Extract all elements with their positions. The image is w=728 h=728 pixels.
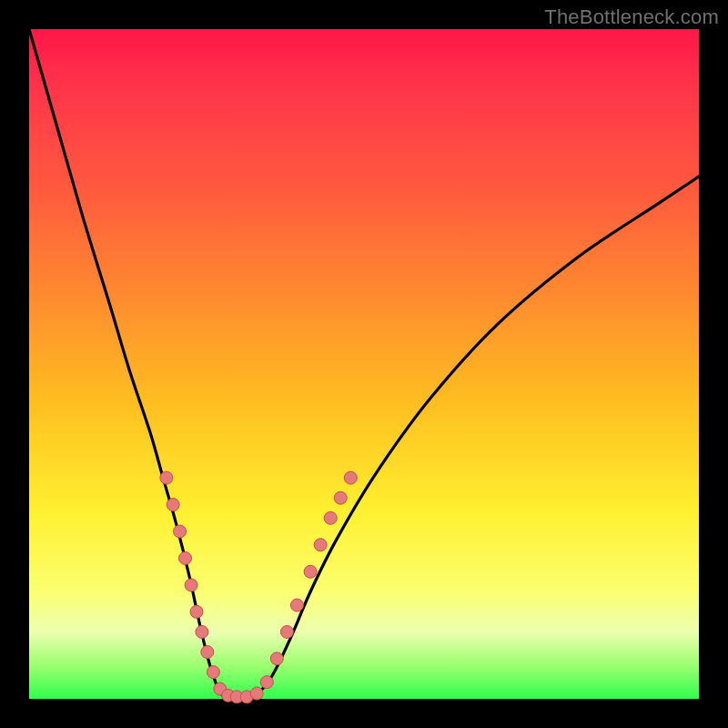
highlight-dot bbox=[160, 471, 173, 484]
highlight-dot bbox=[167, 499, 179, 511]
highlight-dot bbox=[334, 491, 347, 504]
curve-svg bbox=[29, 29, 699, 699]
watermark-text: TheBottleneck.com bbox=[544, 5, 719, 29]
highlight-dot bbox=[174, 525, 187, 538]
highlight-dot bbox=[185, 579, 197, 592]
highlight-dot bbox=[196, 625, 208, 638]
highlight-dot bbox=[190, 605, 203, 618]
highlight-dot bbox=[344, 471, 357, 484]
highlight-dot bbox=[290, 599, 303, 612]
highlight-dot bbox=[280, 625, 293, 638]
highlight-dot bbox=[179, 551, 192, 564]
highlight-dot bbox=[304, 565, 317, 578]
bottleneck-curve bbox=[29, 29, 699, 701]
highlight-dots bbox=[160, 471, 357, 703]
highlight-dot bbox=[207, 666, 219, 679]
plot-area bbox=[29, 29, 699, 699]
highlight-dot bbox=[324, 511, 337, 524]
highlight-dot bbox=[270, 652, 283, 665]
chart-frame: TheBottleneck.com bbox=[0, 0, 728, 728]
highlight-dot bbox=[250, 687, 263, 700]
highlight-dot bbox=[201, 646, 214, 659]
highlight-dot bbox=[260, 676, 273, 689]
highlight-dot bbox=[314, 539, 327, 551]
